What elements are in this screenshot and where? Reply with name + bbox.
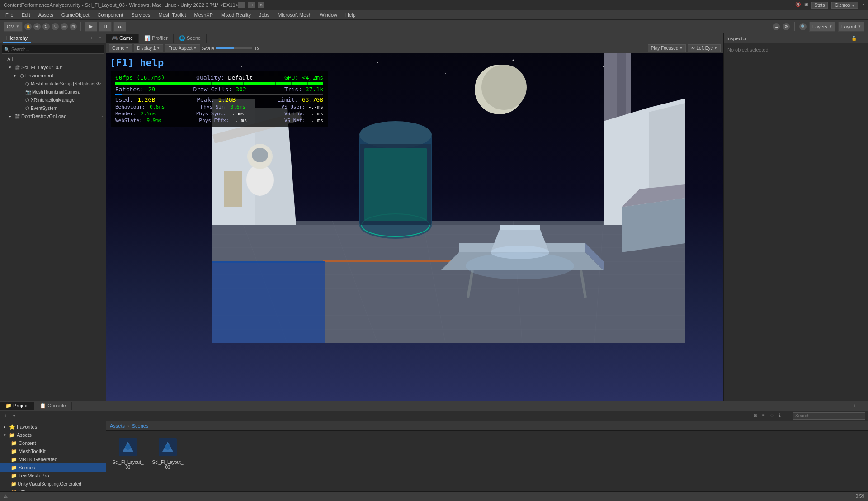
transform-tool[interactable]: ⊞ <box>70 23 77 30</box>
scale-slider[interactable] <box>216 47 252 49</box>
project-tab[interactable]: 📁 Project <box>0 402 34 410</box>
hierarchy-thumbnail-camera[interactable]: 📷 MeshThumbnailCamera <box>0 88 106 96</box>
eye-btn[interactable]: 👁 Left Eye ▼ <box>688 44 721 52</box>
hierarchy-panel: Hierarchy + ≡ 🔍 All ▾ 🎬 Sci_Fi_Layout_03… <box>0 33 106 401</box>
menu-component[interactable]: Component <box>94 11 127 19</box>
env-label: Environment <box>25 73 53 78</box>
settings-icon[interactable]: ⚙ <box>783 23 790 30</box>
pause-button[interactable]: ⏸ <box>99 22 112 32</box>
display-btn[interactable]: Display 1 ▼ <box>134 44 163 52</box>
mem-bar <box>115 94 323 95</box>
breadcrumb-scenes[interactable]: Scenes <box>132 423 149 429</box>
menu-file[interactable]: File <box>2 11 17 19</box>
file-icon-grid[interactable]: ⊞ <box>752 412 759 419</box>
profiler-tab[interactable]: 📊 Profiler <box>139 34 174 43</box>
minimize-button[interactable]: ─ <box>238 2 245 8</box>
content-folder[interactable]: 📁 Content <box>0 439 106 447</box>
file-icon-list[interactable]: ≡ <box>760 412 767 419</box>
hierarchy-mesh-emulator[interactable]: ⬡ MeshEmulatorSetup [NoUpload] 👁 <box>0 80 106 88</box>
scene-file-1[interactable]: Sci_Fi_Layout_03 <box>110 435 146 472</box>
aspect-btn[interactable]: Free Aspect ▼ <box>165 44 200 52</box>
scenes-folder[interactable]: 📁 Scenes <box>0 463 106 472</box>
cloud-icon[interactable]: ☁ <box>773 23 780 30</box>
peak-stat: Peak: 1.2GB <box>160 96 273 103</box>
limit-value: 63.7GB <box>302 96 323 103</box>
main-toolbar: CM ▼ ✋ ✛ ↻ ⤡ ▭ ⊞ ▶ ⏸ ⏭ ☁ ⚙ 🔍 Layers ▼ La… <box>0 20 868 33</box>
inspector-menu[interactable]: ⋮ <box>859 35 865 42</box>
play-button[interactable]: ▶ <box>85 22 97 32</box>
menu-window[interactable]: Window <box>316 11 341 19</box>
hierarchy-search-bar[interactable]: 🔍 <box>2 45 104 54</box>
hierarchy-scene[interactable]: ▾ 🎬 Sci_Fi_Layout_03* <box>0 63 106 71</box>
meshtoolkit-folder[interactable]: 📁 MeshToolKit <box>0 447 106 455</box>
menu-mixed-reality[interactable]: Mixed Reality <box>217 11 255 19</box>
dontdestroy-menu[interactable]: ⋮ <box>99 113 106 119</box>
breadcrumb-assets[interactable]: Assets <box>110 423 125 429</box>
file-icon-info[interactable]: ℹ <box>777 412 783 419</box>
cm-dropdown[interactable]: CM ▼ <box>4 22 23 32</box>
rotate-tool[interactable]: ↻ <box>42 23 50 30</box>
xr-folder[interactable]: 📁 XR <box>0 488 106 491</box>
hierarchy-xr-interaction[interactable]: ⬡ XRInteractionManager <box>0 96 106 104</box>
game-tab[interactable]: 🎮 Game <box>106 34 139 43</box>
menu-gameobject[interactable]: GameObject <box>58 11 93 19</box>
bottom-add-btn[interactable]: + <box>852 403 858 409</box>
inspector-panel: Inspector 🔓 ⋮ No object selected <box>723 33 868 401</box>
menu-jobs[interactable]: Jobs <box>255 11 273 19</box>
step-button[interactable]: ⏭ <box>113 22 126 32</box>
hierarchy-tab[interactable]: Hierarchy <box>3 34 31 43</box>
inspector-empty-label: No object selected <box>727 47 769 52</box>
scene-file-label-1: Sci_Fi_Layout_03 <box>112 460 144 470</box>
eye-arrow: ▼ <box>714 46 717 50</box>
scale-tool[interactable]: ⤡ <box>52 23 59 30</box>
thumbnail-camera-label: MeshThumbnailCamera <box>32 90 80 95</box>
scene-tab[interactable]: 🌐 Scene <box>174 34 207 43</box>
inspector-lock[interactable]: 🔓 <box>851 35 857 42</box>
menu-assets[interactable]: Assets <box>35 11 57 19</box>
hierarchy-search-input[interactable] <box>11 47 102 52</box>
view-menu-btn[interactable]: ⋮ <box>715 35 722 42</box>
textmesh-folder[interactable]: 📁 TextMesh Pro <box>0 472 106 480</box>
mrtk-folder[interactable]: 📁 MRTK.Generated <box>0 455 106 463</box>
fps-seg13 <box>308 82 323 85</box>
scene-file-2[interactable]: Sci_Fi_Layout_03 <box>150 435 186 472</box>
hierarchy-dont-destroy[interactable]: ▸ 🎬 DontDestroyOnLoad ⋮ <box>0 112 106 120</box>
inspector-tab[interactable]: Inspector <box>726 36 747 41</box>
bottom-add-action[interactable]: + <box>3 413 9 419</box>
file-search-input[interactable] <box>793 412 865 420</box>
menu-meshxp[interactable]: MeshXP <box>190 11 217 19</box>
move-tool[interactable]: ✛ <box>33 23 41 30</box>
game-display-btn[interactable]: Game ▼ <box>109 44 132 52</box>
menu-edit[interactable]: Edit <box>18 11 34 19</box>
env-arrow: ▸ <box>14 73 20 78</box>
game-viewport[interactable]: [F1] help 60fps (16.7ms) Quality: Defaul… <box>106 53 723 401</box>
file-toolbar-right: ⊞ ≡ ☆ ℹ ⋮ <box>752 412 865 420</box>
layout-dropdown[interactable]: Layout ▼ <box>838 22 864 32</box>
menu-mesh-toolkit[interactable]: Mesh Toolkit <box>155 11 190 19</box>
menu-microsoft-mesh[interactable]: Microsoft Mesh <box>274 11 315 19</box>
hierarchy-add-button[interactable]: + <box>89 35 95 42</box>
stats-button[interactable]: Stats <box>811 2 828 9</box>
hierarchy-environment[interactable]: ▸ ⬡ Environment <box>0 71 106 80</box>
rect-tool[interactable]: ▭ <box>61 23 68 30</box>
hierarchy-menu-button[interactable]: ≡ <box>97 35 103 42</box>
hierarchy-all[interactable]: All <box>0 55 106 63</box>
search-toolbar-icon[interactable]: 🔍 <box>799 23 807 30</box>
close-button[interactable]: ✕ <box>258 2 264 8</box>
hierarchy-event-system[interactable]: ⬡ EventSystem <box>0 104 106 112</box>
console-tab[interactable]: 📋 Console <box>34 402 71 410</box>
menu-help[interactable]: Help <box>342 11 359 19</box>
bottom-filter[interactable]: ▾ <box>11 413 17 419</box>
layers-dropdown[interactable]: Layers ▼ <box>809 22 835 32</box>
menu-services[interactable]: Services <box>127 11 154 19</box>
file-icon-fav[interactable]: ☆ <box>769 412 775 419</box>
bottom-menu-btn[interactable]: ⋮ <box>860 403 866 409</box>
maximize-button[interactable]: □ <box>248 2 255 8</box>
play-focused-btn[interactable]: Play Focused ▼ <box>648 44 686 52</box>
file-icon-dots[interactable]: ⋮ <box>785 412 791 419</box>
assets-group[interactable]: ▾ 📁 Assets <box>0 431 106 439</box>
hand-tool[interactable]: ✋ <box>24 23 32 30</box>
gizmos-button[interactable]: Gizmos ▼ <box>831 2 858 9</box>
favorites-group[interactable]: ▸ ⭐ Favorites <box>0 423 106 431</box>
visualscripting-folder[interactable]: 📁 Unity.VisualScripting.Generated <box>0 480 106 488</box>
